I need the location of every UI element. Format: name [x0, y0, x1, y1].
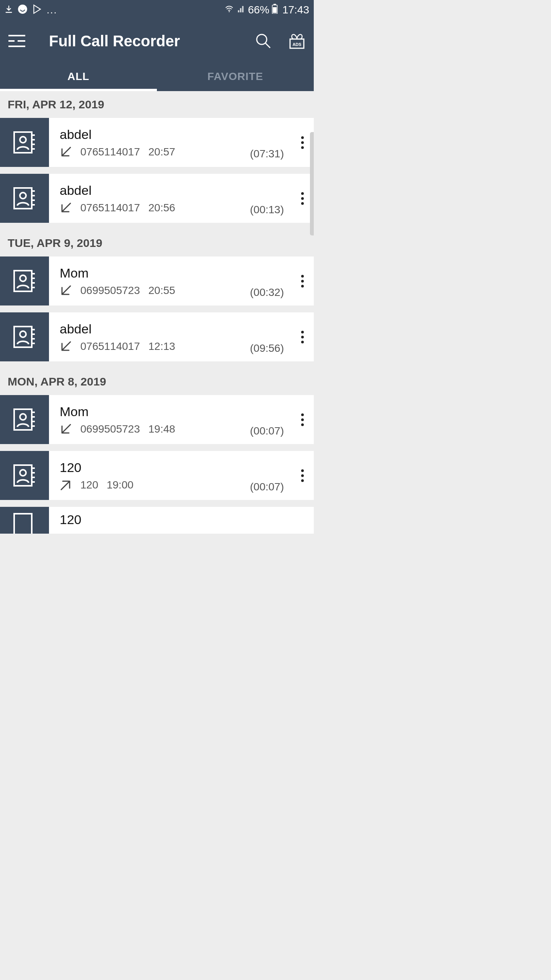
- call-name: 120: [60, 512, 314, 527]
- contact-icon: [13, 325, 36, 349]
- call-number: 120: [80, 479, 98, 491]
- call-time: 19:48: [148, 423, 175, 435]
- call-row[interactable]: Mom 0699505723 20:55 (00:32): [0, 256, 314, 305]
- menu-button[interactable]: [8, 32, 26, 50]
- call-time: 20:55: [148, 284, 175, 297]
- svg-rect-49: [14, 514, 32, 534]
- download-icon: [5, 4, 13, 16]
- call-name: abdel: [60, 183, 250, 198]
- row-more-button[interactable]: [291, 256, 314, 305]
- outgoing-call-icon: [60, 479, 72, 491]
- call-row[interactable]: Mom 0699505723 19:48 (00:07): [0, 395, 314, 444]
- svg-rect-3: [274, 4, 276, 5]
- svg-point-20: [20, 193, 26, 199]
- call-number: 0765114017: [80, 146, 140, 158]
- date-header: TUE, APR 9, 2019: [0, 230, 314, 256]
- contact-icon: [13, 464, 36, 487]
- call-time: 19:00: [107, 479, 134, 491]
- call-time: 12:13: [148, 340, 175, 353]
- call-row[interactable]: abdel 0765114017 20:57 (07:31): [0, 118, 314, 167]
- more-vert-icon: [301, 136, 304, 149]
- more-vert-icon: [301, 275, 304, 287]
- contact-avatar: [0, 174, 49, 223]
- call-row[interactable]: 120 120 19:00 (00:07): [0, 451, 314, 500]
- call-time: 20:57: [148, 146, 175, 158]
- contact-avatar: [0, 312, 49, 361]
- incoming-call-icon: [60, 146, 72, 158]
- call-duration: (07:31): [250, 148, 284, 160]
- search-button[interactable]: [254, 32, 272, 50]
- status-bar: ... 66% 17:43: [0, 0, 314, 20]
- clock-label: 17:43: [282, 4, 309, 16]
- call-duration: (09:56): [250, 342, 284, 354]
- incoming-call-icon: [60, 423, 72, 435]
- call-name: abdel: [60, 127, 250, 142]
- incoming-call-icon: [60, 284, 72, 297]
- search-icon: [255, 33, 272, 49]
- battery-pct-label: 66%: [248, 4, 269, 16]
- tab-favorite[interactable]: FAVORITE: [157, 62, 314, 91]
- wifi-icon: [224, 4, 234, 16]
- call-name: 120: [60, 460, 250, 475]
- call-time: 20:56: [148, 202, 175, 214]
- svg-point-0: [18, 5, 27, 14]
- svg-point-14: [20, 137, 26, 143]
- call-number: 0765114017: [80, 202, 140, 214]
- date-header: MON, APR 8, 2019: [0, 368, 314, 395]
- row-more-button[interactable]: [291, 312, 314, 361]
- signal-icon: [236, 4, 246, 16]
- play-store-icon: [32, 4, 42, 16]
- menu-icon: [8, 34, 26, 48]
- row-more-button[interactable]: [291, 395, 314, 444]
- row-more-button[interactable]: [291, 451, 314, 500]
- svg-point-26: [20, 275, 26, 281]
- svg-point-38: [20, 414, 26, 420]
- call-row[interactable]: 120: [0, 507, 314, 534]
- tab-all-label: ALL: [67, 70, 89, 83]
- call-row[interactable]: abdel 0765114017 20:56 (00:13): [0, 174, 314, 223]
- app-title: Full Call Recorder: [49, 33, 239, 50]
- gift-icon: ADS: [288, 32, 306, 50]
- face-icon: [18, 4, 28, 16]
- tab-favorite-label: FAVORITE: [207, 70, 263, 83]
- call-name: Mom: [60, 266, 250, 281]
- more-vert-icon: [301, 469, 304, 482]
- call-list[interactable]: FRI, APR 12, 2019 abdel 0765114017 20:57…: [0, 91, 314, 534]
- contact-icon: [13, 269, 36, 293]
- call-name: abdel: [60, 322, 250, 336]
- svg-point-9: [257, 34, 267, 44]
- svg-point-44: [20, 470, 26, 476]
- more-notifications-icon: ...: [47, 4, 57, 16]
- contact-avatar: [0, 118, 49, 167]
- call-duration: (00:07): [250, 425, 284, 437]
- incoming-call-icon: [60, 202, 72, 214]
- call-number: 0699505723: [80, 423, 140, 435]
- scroll-indicator[interactable]: [310, 132, 314, 235]
- call-row[interactable]: abdel 0765114017 12:13 (09:56): [0, 312, 314, 361]
- svg-text:ADS: ADS: [292, 42, 301, 47]
- contact-icon: [13, 408, 36, 431]
- more-vert-icon: [301, 331, 304, 343]
- more-vert-icon: [301, 192, 304, 205]
- battery-icon: [272, 4, 278, 16]
- call-duration: (00:13): [250, 204, 284, 216]
- contact-icon: [13, 512, 36, 534]
- call-number: 0765114017: [80, 340, 140, 353]
- date-header: FRI, APR 12, 2019: [0, 91, 314, 118]
- svg-line-10: [266, 43, 270, 48]
- svg-point-32: [20, 331, 26, 337]
- more-vert-icon: [301, 413, 304, 426]
- svg-rect-4: [273, 7, 277, 13]
- call-number: 0699505723: [80, 284, 140, 297]
- call-name: Mom: [60, 404, 250, 419]
- contact-avatar: [0, 451, 49, 500]
- contact-avatar: [0, 395, 49, 444]
- contact-icon: [13, 131, 36, 154]
- ads-gift-button[interactable]: ADS: [288, 32, 306, 50]
- call-duration: (00:07): [250, 481, 284, 493]
- contact-avatar: [0, 507, 49, 534]
- svg-point-1: [229, 11, 230, 12]
- call-duration: (00:32): [250, 286, 284, 299]
- contact-icon: [13, 186, 36, 210]
- tab-all[interactable]: ALL: [0, 62, 157, 91]
